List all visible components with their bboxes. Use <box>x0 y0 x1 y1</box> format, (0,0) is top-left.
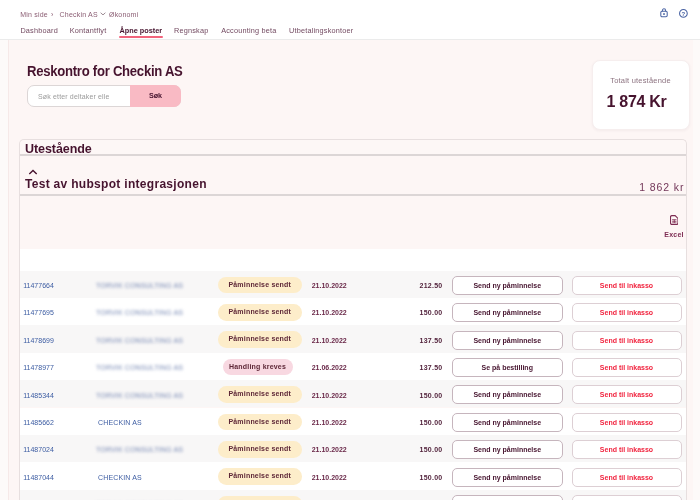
svg-text:?: ? <box>681 10 685 16</box>
